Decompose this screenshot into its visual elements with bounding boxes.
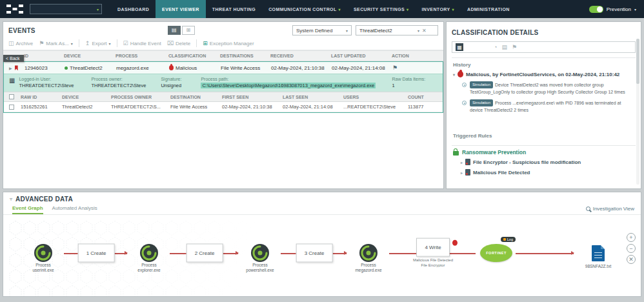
search-input[interactable] — [359, 28, 415, 34]
clear-search-icon[interactable]: ✕ — [422, 28, 427, 34]
exception-manager-button[interactable]: ⊞Exception Manager — [203, 41, 254, 46]
tab-automated-analysis[interactable]: Automated Analysis — [52, 205, 97, 214]
expand-arrow-icon[interactable]: ▸ — [461, 170, 463, 175]
column-raw-id[interactable]: RAW ID — [21, 95, 62, 99]
row-expander[interactable]: ▶ — [4, 65, 25, 71]
history-icon[interactable]: ◔ — [494, 44, 497, 50]
zoom-reset-button[interactable]: ✕ — [627, 255, 636, 264]
advanced-tabs: Event Graph Automated Analysis Investiga… — [3, 203, 641, 215]
collapse-chevron-icon[interactable]: ▿ — [10, 196, 12, 202]
edge-label: 4 Write — [425, 245, 441, 250]
edge-label-box[interactable]: 3 Create — [296, 244, 333, 263]
events-table-header: ID DEVICE PROCESS CLASSIFICATION DESTINA… — [3, 50, 443, 61]
cell-destination: File Write Access — [170, 104, 222, 110]
column-process-owner[interactable]: PROCESS OWNER — [111, 95, 170, 99]
rule-group-label: Ransomware Prevention — [462, 149, 526, 156]
column-process[interactable]: PROCESS — [116, 54, 168, 58]
archive-button[interactable]: ◫Archive — [8, 41, 33, 46]
event-row[interactable]: ▶ 12946023 ThreatDetect2 megazord.exe Ma… — [4, 62, 443, 74]
nav-administration[interactable]: ADMINISTRATION — [461, 0, 516, 18]
process-node-userinit[interactable]: Processuserinit.exe — [23, 224, 64, 282]
history-entry: SimulationDevice ThreatDetect2 was moved… — [447, 79, 641, 97]
column-received[interactable]: RECEIVED — [270, 54, 331, 58]
simulation-badge: Simulation — [470, 81, 493, 88]
collector-grid-icon[interactable]: ▦ — [9, 77, 15, 88]
back-button[interactable]: < Back — [3, 55, 24, 62]
investigation-view-button[interactable]: Investigation View — [586, 205, 634, 214]
process-icon — [359, 243, 378, 263]
list-view-button[interactable]: ▤ — [168, 26, 181, 35]
history-section-label: History — [447, 58, 641, 70]
toolbar-divider — [79, 39, 79, 47]
column-destination[interactable]: DESTINATION — [170, 95, 222, 99]
nav-security-settings[interactable]: SECURITY SETTINGS▾ — [347, 0, 415, 18]
handle-event-button[interactable]: ☑Handle Event — [123, 41, 161, 46]
export-button[interactable]: ↥Export▾ — [85, 41, 111, 46]
file-node[interactable]: 98SNFA2Z.txt — [575, 224, 621, 282]
rule-file-encryptor[interactable]: ▸ File Encryptor - Suspicious file modif… — [447, 157, 641, 167]
notes-icon[interactable]: ▤ — [501, 44, 507, 50]
column-users[interactable]: USERS — [343, 95, 408, 99]
detail-process-path: Process path: C:\Users\Steve\Desktop\Meg… — [201, 77, 392, 88]
grid-view-button[interactable]: ⊞ — [182, 26, 195, 35]
process-path-value[interactable]: C:\Users\Steve\Desktop\Megazord\16983087… — [201, 83, 376, 88]
edge-detail: Malicious File Detected — [413, 258, 453, 262]
events-title: EVENTS — [8, 27, 35, 34]
chevron-down-icon[interactable]: ▾ — [634, 7, 636, 12]
column-last-seen[interactable]: LAST SEEN — [283, 95, 343, 99]
nav-communication-control[interactable]: COMMUNICATION CONTROL▾ — [262, 0, 347, 18]
prevention-toggle[interactable] — [589, 6, 603, 13]
chevron-down-icon[interactable]: ▾ — [418, 28, 419, 33]
nav-inventory[interactable]: INVENTORY▾ — [415, 0, 460, 18]
nav-dashboard[interactable]: DASHBOARD — [111, 0, 156, 18]
fortinet-log-node[interactable]: FORTINET Log — [477, 224, 516, 282]
detail-label: Process owner: — [91, 77, 161, 81]
row-checkbox[interactable] — [9, 105, 14, 110]
column-classification[interactable]: CLASSIFICATION — [168, 54, 220, 58]
zoom-in-button[interactable]: + — [627, 233, 636, 242]
column-last-updated[interactable]: LAST UPDATED — [331, 54, 392, 58]
saved-queries-select[interactable]: System Defined ▾ — [292, 25, 352, 35]
raw-data-row[interactable]: 1516252261 ThreatDetect2 THREATDETECT2\S… — [4, 102, 443, 112]
edge-label-box[interactable]: 1 Create — [78, 244, 115, 263]
nav-threat-hunting[interactable]: THREAT HUNTING — [206, 0, 262, 18]
rule-malicious-file-detected[interactable]: ▸ Malicious File Detected — [447, 167, 641, 177]
history-main-entry[interactable]: ▾ Malicious, by FortinetCloudServices, o… — [447, 70, 641, 79]
process-node-megazord[interactable]: Processmegazord.exe — [348, 224, 389, 282]
triggered-rules-section: Triggered Rules Ransomware Prevention ▸ … — [447, 129, 641, 177]
detail-logged-in-user: Logged-in User: THREATDETECT2\Steve — [19, 77, 91, 88]
flag-icon[interactable]: ⚑ — [512, 44, 517, 50]
event-graph: Processuserinit.exe 1 Create Processexpl… — [3, 215, 641, 297]
column-action[interactable]: ACTION — [392, 54, 424, 58]
process-node-powershell[interactable]: Processpowershell.exe — [239, 224, 281, 282]
mark-as-button[interactable]: ⚑Mark As...▾ — [39, 41, 73, 46]
top-navigation-bar: ▾ DASHBOARD EVENT VIEWER THREAT HUNTING … — [0, 0, 644, 18]
tab-event-graph[interactable]: Event Graph — [12, 205, 43, 214]
column-destinations[interactable]: DESTINATIONS — [220, 54, 270, 58]
column-id[interactable]: ID — [24, 54, 64, 58]
scrollbar-thumb[interactable] — [636, 39, 639, 84]
rule-group-ransomware-prevention[interactable]: Ransomware Prevention — [447, 146, 641, 157]
column-device[interactable]: DEVICE — [64, 54, 116, 58]
delete-button[interactable]: ⌧Delete — [167, 41, 191, 46]
collapse-arrow-icon[interactable]: ▾ — [453, 72, 455, 77]
detail-value: Unsigned — [161, 83, 201, 88]
column-count[interactable]: COUNT — [408, 95, 438, 99]
classification-color-icon[interactable]: ▦ — [456, 43, 463, 51]
cell-raw-id: 1516252261 — [21, 104, 62, 110]
malicious-icon — [169, 65, 174, 70]
process-node-explorer[interactable]: Processexplorer.exe — [128, 224, 170, 282]
column-first-seen[interactable]: FIRST SEEN — [222, 95, 283, 99]
edge-label-box[interactable]: 2 Create — [186, 244, 223, 263]
zoom-out-button[interactable]: − — [627, 244, 636, 253]
action-flag-icon[interactable]: ⚑ — [392, 65, 397, 71]
select-all-checkbox[interactable] — [9, 94, 14, 99]
organization-dropdown[interactable]: ▾ — [30, 4, 102, 14]
scrollbar[interactable] — [636, 39, 639, 185]
column-device[interactable]: DEVICE — [62, 95, 111, 99]
investigation-view-icon — [586, 206, 590, 211]
expand-arrow-icon[interactable]: ▸ — [461, 160, 463, 165]
edge-label-box[interactable]: 4 Write — [416, 238, 449, 257]
event-search: ▾ ✕ — [356, 25, 438, 35]
nav-event-viewer[interactable]: EVENT VIEWER — [156, 0, 206, 18]
